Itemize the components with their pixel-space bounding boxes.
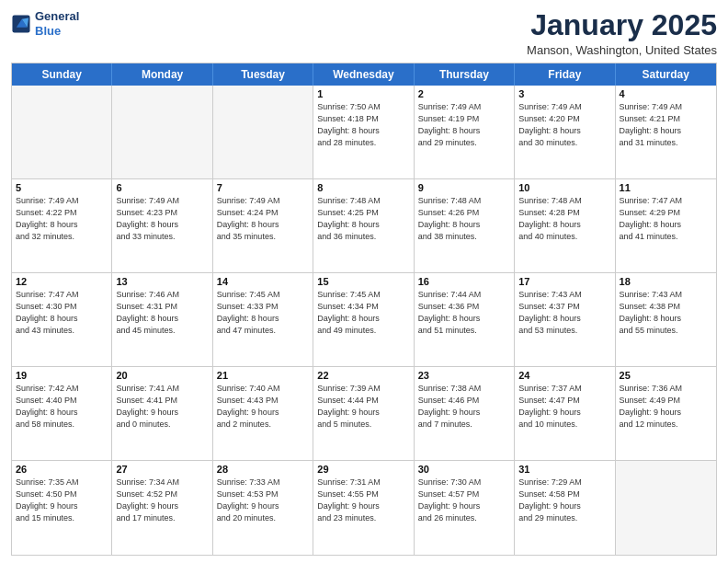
weekday-header: Monday bbox=[112, 63, 212, 86]
day-number: 31 bbox=[518, 464, 610, 475]
day-info: Sunrise: 7:42 AM Sunset: 4:40 PM Dayligh… bbox=[16, 383, 108, 431]
location: Manson, Washington, United States bbox=[527, 43, 717, 57]
calendar-cell: 10Sunrise: 7:48 AM Sunset: 4:28 PM Dayli… bbox=[515, 179, 615, 272]
calendar-cell: 9Sunrise: 7:48 AM Sunset: 4:26 PM Daylig… bbox=[415, 179, 515, 272]
day-info: Sunrise: 7:49 AM Sunset: 4:21 PM Dayligh… bbox=[620, 101, 712, 149]
weekday-header: Saturday bbox=[616, 63, 716, 86]
calendar-row: 26Sunrise: 7:35 AM Sunset: 4:50 PM Dayli… bbox=[12, 461, 716, 555]
day-info: Sunrise: 7:34 AM Sunset: 4:52 PM Dayligh… bbox=[116, 477, 208, 524]
day-number: 9 bbox=[418, 182, 510, 193]
day-number: 21 bbox=[217, 370, 309, 381]
calendar-cell: 15Sunrise: 7:45 AM Sunset: 4:34 PM Dayli… bbox=[313, 273, 414, 366]
day-number: 16 bbox=[418, 276, 510, 287]
day-number: 30 bbox=[418, 464, 510, 475]
logo-icon bbox=[11, 14, 31, 34]
day-info: Sunrise: 7:45 AM Sunset: 4:34 PM Dayligh… bbox=[317, 289, 409, 337]
day-number: 23 bbox=[418, 370, 510, 381]
day-number: 13 bbox=[116, 276, 208, 287]
calendar-cell: 26Sunrise: 7:35 AM Sunset: 4:50 PM Dayli… bbox=[12, 461, 112, 555]
calendar-cell: 11Sunrise: 7:47 AM Sunset: 4:29 PM Dayli… bbox=[616, 179, 716, 272]
day-info: Sunrise: 7:37 AM Sunset: 4:47 PM Dayligh… bbox=[518, 383, 610, 431]
calendar-cell: 8Sunrise: 7:48 AM Sunset: 4:25 PM Daylig… bbox=[313, 179, 414, 272]
day-info: Sunrise: 7:47 AM Sunset: 4:29 PM Dayligh… bbox=[620, 195, 712, 243]
day-number: 27 bbox=[116, 464, 208, 475]
month-title: January 2025 bbox=[527, 9, 717, 41]
day-info: Sunrise: 7:41 AM Sunset: 4:41 PM Dayligh… bbox=[116, 383, 208, 431]
weekday-header: Wednesday bbox=[313, 63, 414, 86]
day-number: 17 bbox=[518, 276, 610, 287]
day-number: 25 bbox=[620, 370, 712, 381]
calendar-cell: 30Sunrise: 7:30 AM Sunset: 4:57 PM Dayli… bbox=[415, 461, 515, 555]
calendar-row: 1Sunrise: 7:50 AM Sunset: 4:18 PM Daylig… bbox=[12, 86, 716, 179]
day-info: Sunrise: 7:46 AM Sunset: 4:31 PM Dayligh… bbox=[116, 289, 208, 337]
calendar-cell: 12Sunrise: 7:47 AM Sunset: 4:30 PM Dayli… bbox=[12, 273, 112, 366]
header-right: January 2025 Manson, Washington, United … bbox=[527, 9, 717, 57]
day-number: 22 bbox=[317, 370, 409, 381]
logo: General Blue bbox=[11, 9, 79, 38]
calendar-cell: 31Sunrise: 7:29 AM Sunset: 4:58 PM Dayli… bbox=[515, 461, 615, 555]
day-number: 12 bbox=[16, 276, 108, 287]
day-number: 8 bbox=[317, 182, 409, 193]
day-number: 24 bbox=[518, 370, 610, 381]
day-info: Sunrise: 7:49 AM Sunset: 4:22 PM Dayligh… bbox=[16, 195, 108, 243]
calendar-cell: 6Sunrise: 7:49 AM Sunset: 4:23 PM Daylig… bbox=[112, 179, 212, 272]
calendar-cell: 2Sunrise: 7:49 AM Sunset: 4:19 PM Daylig… bbox=[415, 86, 515, 178]
day-number: 2 bbox=[418, 88, 510, 99]
calendar-cell bbox=[213, 86, 313, 178]
day-info: Sunrise: 7:43 AM Sunset: 4:38 PM Dayligh… bbox=[620, 289, 712, 337]
day-number: 19 bbox=[16, 370, 108, 381]
weekday-header: Tuesday bbox=[213, 63, 313, 86]
day-info: Sunrise: 7:38 AM Sunset: 4:46 PM Dayligh… bbox=[418, 383, 510, 431]
day-number: 5 bbox=[16, 182, 108, 193]
calendar-cell: 14Sunrise: 7:45 AM Sunset: 4:33 PM Dayli… bbox=[213, 273, 313, 366]
calendar-row: 5Sunrise: 7:49 AM Sunset: 4:22 PM Daylig… bbox=[12, 179, 716, 273]
day-info: Sunrise: 7:48 AM Sunset: 4:28 PM Dayligh… bbox=[518, 195, 610, 243]
day-number: 29 bbox=[317, 464, 409, 475]
calendar-cell bbox=[616, 461, 716, 555]
calendar-cell: 27Sunrise: 7:34 AM Sunset: 4:52 PM Dayli… bbox=[112, 461, 212, 555]
calendar: SundayMondayTuesdayWednesdayThursdayFrid… bbox=[11, 63, 717, 556]
day-info: Sunrise: 7:49 AM Sunset: 4:19 PM Dayligh… bbox=[418, 101, 510, 149]
logo-text: General Blue bbox=[35, 9, 79, 38]
day-info: Sunrise: 7:35 AM Sunset: 4:50 PM Dayligh… bbox=[16, 477, 108, 524]
day-info: Sunrise: 7:29 AM Sunset: 4:58 PM Dayligh… bbox=[518, 477, 610, 524]
day-info: Sunrise: 7:44 AM Sunset: 4:36 PM Dayligh… bbox=[418, 289, 510, 337]
day-info: Sunrise: 7:45 AM Sunset: 4:33 PM Dayligh… bbox=[217, 289, 309, 337]
calendar-cell: 28Sunrise: 7:33 AM Sunset: 4:53 PM Dayli… bbox=[213, 461, 313, 555]
calendar-cell: 7Sunrise: 7:49 AM Sunset: 4:24 PM Daylig… bbox=[213, 179, 313, 272]
calendar-cell: 25Sunrise: 7:36 AM Sunset: 4:49 PM Dayli… bbox=[616, 367, 716, 460]
day-info: Sunrise: 7:33 AM Sunset: 4:53 PM Dayligh… bbox=[217, 477, 309, 524]
calendar-cell: 5Sunrise: 7:49 AM Sunset: 4:22 PM Daylig… bbox=[12, 179, 112, 272]
header: General Blue January 2025 Manson, Washin… bbox=[11, 9, 717, 57]
day-info: Sunrise: 7:47 AM Sunset: 4:30 PM Dayligh… bbox=[16, 289, 108, 337]
weekday-header: Friday bbox=[515, 63, 615, 86]
day-info: Sunrise: 7:36 AM Sunset: 4:49 PM Dayligh… bbox=[620, 383, 712, 431]
day-info: Sunrise: 7:30 AM Sunset: 4:57 PM Dayligh… bbox=[418, 477, 510, 524]
day-number: 1 bbox=[317, 88, 409, 99]
weekday-header: Thursday bbox=[415, 63, 515, 86]
calendar-cell: 4Sunrise: 7:49 AM Sunset: 4:21 PM Daylig… bbox=[616, 86, 716, 178]
day-info: Sunrise: 7:48 AM Sunset: 4:26 PM Dayligh… bbox=[418, 195, 510, 243]
day-number: 7 bbox=[217, 182, 309, 193]
calendar-header: SundayMondayTuesdayWednesdayThursdayFrid… bbox=[12, 63, 716, 86]
calendar-cell: 18Sunrise: 7:43 AM Sunset: 4:38 PM Dayli… bbox=[616, 273, 716, 366]
calendar-cell: 22Sunrise: 7:39 AM Sunset: 4:44 PM Dayli… bbox=[313, 367, 414, 460]
day-number: 14 bbox=[217, 276, 309, 287]
day-info: Sunrise: 7:40 AM Sunset: 4:43 PM Dayligh… bbox=[217, 383, 309, 431]
day-info: Sunrise: 7:39 AM Sunset: 4:44 PM Dayligh… bbox=[317, 383, 409, 431]
day-number: 20 bbox=[116, 370, 208, 381]
day-number: 6 bbox=[116, 182, 208, 193]
calendar-body: 1Sunrise: 7:50 AM Sunset: 4:18 PM Daylig… bbox=[12, 86, 716, 555]
calendar-cell: 29Sunrise: 7:31 AM Sunset: 4:55 PM Dayli… bbox=[313, 461, 414, 555]
day-number: 28 bbox=[217, 464, 309, 475]
calendar-cell: 1Sunrise: 7:50 AM Sunset: 4:18 PM Daylig… bbox=[313, 86, 414, 178]
calendar-cell: 23Sunrise: 7:38 AM Sunset: 4:46 PM Dayli… bbox=[415, 367, 515, 460]
day-info: Sunrise: 7:49 AM Sunset: 4:24 PM Dayligh… bbox=[217, 195, 309, 243]
day-number: 3 bbox=[518, 88, 610, 99]
day-info: Sunrise: 7:43 AM Sunset: 4:37 PM Dayligh… bbox=[518, 289, 610, 337]
calendar-cell: 20Sunrise: 7:41 AM Sunset: 4:41 PM Dayli… bbox=[112, 367, 212, 460]
day-number: 15 bbox=[317, 276, 409, 287]
calendar-row: 19Sunrise: 7:42 AM Sunset: 4:40 PM Dayli… bbox=[12, 367, 716, 461]
calendar-cell: 19Sunrise: 7:42 AM Sunset: 4:40 PM Dayli… bbox=[12, 367, 112, 460]
calendar-cell: 21Sunrise: 7:40 AM Sunset: 4:43 PM Dayli… bbox=[213, 367, 313, 460]
